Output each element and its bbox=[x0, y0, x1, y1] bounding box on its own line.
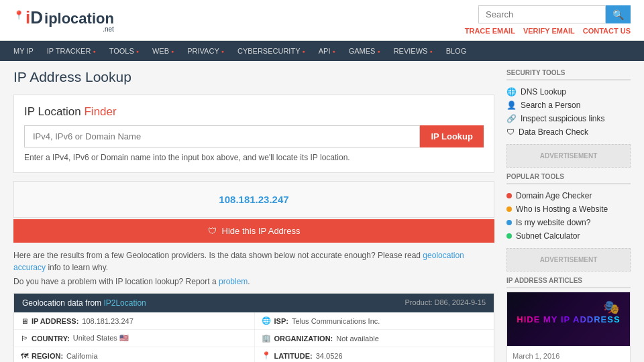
nav-item-tracker[interactable]: IP TRACKER ● bbox=[40, 41, 103, 61]
ip-address-icon: 🖥 bbox=[21, 317, 28, 325]
ip-finder: IP Location Finder IP Lookup Enter a IPv… bbox=[13, 95, 494, 173]
ip-input-row: IP Lookup bbox=[24, 125, 484, 147]
article-image-text: HIDE MY IP ADDRESS bbox=[517, 314, 620, 324]
nav-item-privacy[interactable]: PRIVACY ● bbox=[180, 41, 231, 61]
geo-rows: 🖥IP ADDRESS: 108.181.23.247 🌐ISP: Telus … bbox=[14, 312, 494, 362]
sidebar-item-inspect-links[interactable]: 🔗 Inspect suspicious links bbox=[506, 112, 631, 125]
contact-us-link[interactable]: CONTACT US bbox=[583, 27, 631, 35]
search-bar: 🔍 bbox=[478, 5, 631, 23]
country-icon: 🏳 bbox=[21, 335, 28, 343]
red-dot-icon bbox=[506, 193, 512, 198]
article-image-overlay: HIDE MY IP ADDRESS bbox=[517, 314, 620, 324]
article-date: March 1, 2016 bbox=[513, 352, 625, 360]
nav-item-games[interactable]: GAMES ● bbox=[342, 41, 387, 61]
table-row: 🌐ISP: Telus Communications Inc. bbox=[254, 312, 494, 330]
lat-icon: 📍 bbox=[262, 351, 271, 360]
logo-icon: 📍 bbox=[13, 10, 24, 20]
nav-item-api[interactable]: API ● bbox=[312, 41, 342, 61]
person-icon: 👤 bbox=[506, 101, 517, 110]
articles-section: IP ADDRESS ARTICLES HIDE MY IP ADDRESS 🎭… bbox=[506, 277, 631, 362]
nav-item-reviews[interactable]: REVIEWS ● bbox=[387, 41, 439, 61]
desc2: Do you have a problem with IP location l… bbox=[13, 277, 494, 286]
ip-hint: Enter a IPv4, IPv6 or Domain name into t… bbox=[24, 153, 484, 162]
sidebar: SECURITY TOOLS 🌐 DNS Lookup 👤 Search a P… bbox=[506, 69, 631, 362]
region-icon: 🗺 bbox=[21, 352, 28, 360]
finder-highlight: Finder bbox=[84, 105, 116, 118]
articles-title: IP ADDRESS ARTICLES bbox=[506, 277, 631, 288]
article-body: March 1, 2016 How to hide my IP address?… bbox=[507, 346, 630, 362]
table-row: 🖥IP ADDRESS: 108.181.23.247 bbox=[14, 312, 254, 330]
top-links: TRACE EMAIL VERIFY EMAIL CONTACT US bbox=[465, 27, 631, 35]
article-card: HIDE MY IP ADDRESS 🎭 March 1, 2016 How t… bbox=[506, 292, 631, 362]
logo-text: i D iplocation .net bbox=[25, 7, 114, 33]
sidebar-item-domain-age[interactable]: Domain Age Checker bbox=[506, 189, 631, 202]
desc1: Here are the results from a few Geolocat… bbox=[13, 249, 494, 274]
hide-icon: 🛡 bbox=[208, 226, 217, 236]
popular-title: POPULAR TOOLS bbox=[506, 173, 631, 184]
nav-item-myip[interactable]: MY IP bbox=[7, 41, 40, 61]
nav-item-web[interactable]: WEB ● bbox=[146, 41, 180, 61]
logo-id: i bbox=[25, 7, 30, 28]
popular-tools-section: POPULAR TOOLS Domain Age Checker Who is … bbox=[506, 173, 631, 243]
header-right: 🔍 TRACE EMAIL VERIFY EMAIL CONTACT US bbox=[465, 5, 631, 35]
search-input[interactable] bbox=[478, 5, 606, 23]
isp-icon: 🌐 bbox=[262, 316, 271, 325]
trace-email-link[interactable]: TRACE EMAIL bbox=[465, 27, 515, 35]
logo: 📍 i D iplocation .net bbox=[13, 7, 114, 33]
problem-link[interactable]: problem bbox=[219, 277, 248, 286]
geo-header-label: Geolocation data from IP2Location bbox=[22, 298, 146, 308]
sidebar-item-search-person[interactable]: 👤 Search a Person bbox=[506, 99, 631, 112]
page-title: IP Address Lookup bbox=[13, 69, 494, 85]
ip-lookup-button[interactable]: IP Lookup bbox=[420, 125, 484, 147]
dns-icon: 🌐 bbox=[506, 87, 517, 97]
article-image: HIDE MY IP ADDRESS 🎭 bbox=[507, 292, 630, 346]
geo-table: Geolocation data from IP2Location Produc… bbox=[13, 293, 494, 362]
hide-ip-button[interactable]: 🛡 Hide this IP Address bbox=[13, 219, 494, 243]
sidebar-item-data-breach[interactable]: 🛡 Data Breach Check bbox=[506, 125, 631, 139]
result-box: 108.181.23.247 bbox=[13, 181, 494, 218]
header: 📍 i D iplocation .net 🔍 TRACE EMAIL VERI… bbox=[0, 0, 644, 41]
sidebar-item-website-down[interactable]: Is my website down? bbox=[506, 216, 631, 229]
green-dot-icon bbox=[506, 233, 512, 239]
table-row: 🏳COUNTRY: United States 🇺🇸 bbox=[14, 330, 254, 347]
content-area: IP Address Lookup IP Location Finder IP … bbox=[13, 69, 494, 362]
verify-email-link[interactable]: VERIFY EMAIL bbox=[523, 27, 575, 35]
sidebar-item-subnet[interactable]: Subnet Calculator bbox=[506, 229, 631, 243]
geo-header: Geolocation data from IP2Location Produc… bbox=[14, 294, 494, 312]
ip-input[interactable] bbox=[24, 125, 420, 147]
sidebar-item-dns[interactable]: 🌐 DNS Lookup bbox=[506, 85, 631, 99]
blue-dot-icon bbox=[506, 220, 512, 225]
main-container: IP Address Lookup IP Location Finder IP … bbox=[0, 61, 644, 362]
shield-icon: 🛡 bbox=[506, 127, 515, 137]
table-row: 📍LATITUDE: 34.0526 bbox=[254, 347, 494, 362]
geo-product: Product: D86, 2024-9-15 bbox=[405, 298, 486, 308]
table-row: 🗺REGION: California bbox=[14, 347, 254, 362]
advertisement-1: ADVERTISEMENT bbox=[506, 144, 631, 168]
logo-d: D bbox=[30, 7, 43, 28]
nav-item-cybersecurity[interactable]: CYBERSECURITY ● bbox=[231, 41, 312, 61]
hide-btn-label: Hide this IP Address bbox=[222, 226, 301, 236]
security-title: SECURITY TOOLS bbox=[506, 69, 631, 80]
nav-item-blog[interactable]: BLOG bbox=[439, 41, 474, 61]
search-button[interactable]: 🔍 bbox=[606, 5, 631, 23]
nav-item-tools[interactable]: TOOLS ● bbox=[103, 41, 146, 61]
org-icon: 🏢 bbox=[262, 334, 271, 343]
main-nav: MY IP IP TRACKER ● TOOLS ● WEB ● PRIVACY… bbox=[0, 41, 644, 61]
table-row: 🏢ORGANIZATION: Not available bbox=[254, 330, 494, 347]
advertisement-2: ADVERTISEMENT bbox=[506, 248, 631, 272]
yellow-dot-icon bbox=[506, 206, 512, 212]
link-icon: 🔗 bbox=[506, 114, 517, 123]
result-ip: 108.181.23.247 bbox=[219, 194, 288, 205]
sidebar-item-hosting[interactable]: Who is Hosting a Website bbox=[506, 202, 631, 216]
finder-title: IP Location Finder bbox=[24, 105, 484, 119]
security-tools-section: SECURITY TOOLS 🌐 DNS Lookup 👤 Search a P… bbox=[506, 69, 631, 139]
